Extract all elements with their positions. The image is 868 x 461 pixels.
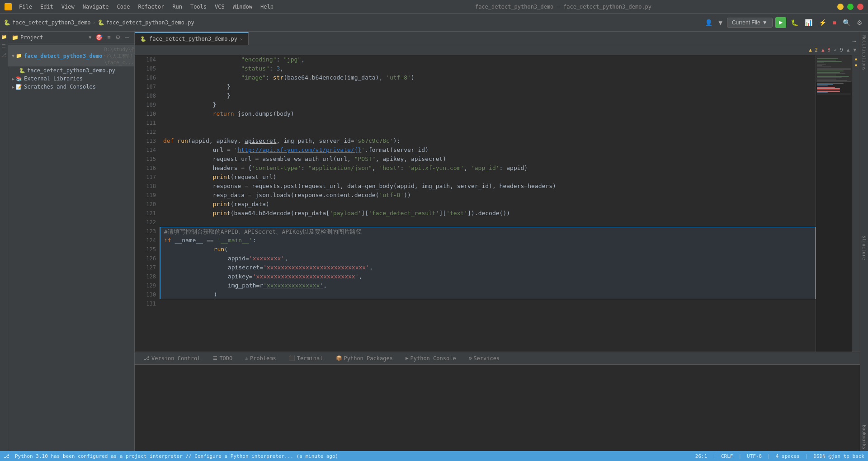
- version-control-label: Version Control: [151, 355, 200, 362]
- breadcrumb: 🐍 face_detect_python3_demo › 🐍 face_dete…: [4, 19, 701, 26]
- nav-down[interactable]: ▼: [853, 47, 856, 53]
- menu-edit[interactable]: Edit: [37, 3, 57, 11]
- line-num-109: 109: [135, 100, 156, 109]
- line-num-125: 125: [135, 245, 156, 254]
- sidebar-minimize-button[interactable]: ─: [124, 33, 131, 41]
- menu-view[interactable]: View: [58, 3, 78, 11]
- problems-icon: ⚠: [245, 355, 248, 361]
- terminal-label: Terminal: [297, 355, 323, 362]
- services-icon: ⚙: [469, 355, 472, 361]
- menu-file[interactable]: File: [15, 3, 36, 11]
- code-line-124: if __name__ == '__main__':: [160, 236, 816, 245]
- structure-panel-label[interactable]: Structure: [862, 234, 867, 262]
- line-num-107: 🔖107: [135, 82, 156, 91]
- gutter-warning-2: ▲: [854, 62, 857, 67]
- python-file-item[interactable]: 🐍 face_detect_python3_demo.py: [8, 66, 134, 75]
- sidebar-locate-button[interactable]: 🎯: [94, 33, 104, 41]
- external-libraries-label: External Libraries: [24, 75, 83, 82]
- code-line-104: "encoding": "jpg",: [160, 55, 816, 64]
- close-button[interactable]: ✕: [857, 4, 863, 10]
- services-label: Services: [473, 355, 500, 362]
- code-line-130: ): [160, 290, 816, 299]
- problems-tab[interactable]: ⚠ Problems: [240, 354, 281, 362]
- external-libraries-item[interactable]: ▶ 📚 External Libraries: [8, 75, 134, 83]
- window-title: face_detect_python3_demo – face_detect_p…: [289, 4, 837, 10]
- nav-up[interactable]: ▲: [847, 47, 850, 53]
- sidebar-header: 📁 Project ▼ 🎯 ≡ ⚙ ─: [8, 32, 134, 43]
- run-with-coverage-button[interactable]: 📊: [803, 18, 814, 27]
- line-num-108: 🔖108: [135, 91, 156, 100]
- profile-button[interactable]: ⚡: [817, 18, 828, 27]
- active-editor-tab[interactable]: 🐍 face_detect_python3_demo.py ✕: [135, 32, 249, 45]
- menu-code[interactable]: Code: [113, 3, 134, 11]
- bottom-panels: ⎇ Version Control ☰ TODO ⚠ Problems ⬛ Te…: [135, 352, 860, 451]
- structure-icon[interactable]: ☰: [1, 43, 7, 50]
- breadcrumb-project-name[interactable]: face_detect_python3_demo: [12, 19, 90, 26]
- scratches-icon: 📝: [16, 84, 22, 90]
- code-line-129: img_path=r'xxxxxxxxxxxxxxx',: [160, 281, 816, 290]
- menu-window[interactable]: Window: [229, 3, 256, 11]
- stop-button[interactable]: ■: [831, 18, 838, 27]
- line-num-131: 131: [135, 299, 156, 308]
- notifications-panel-label[interactable]: Notifications: [862, 33, 867, 72]
- current-file-button[interactable]: Current File ▼: [727, 18, 773, 28]
- run-config-dropdown[interactable]: ▼: [717, 18, 724, 27]
- line-num-121: 🔖121: [135, 209, 156, 218]
- menu-help[interactable]: Help: [257, 3, 277, 11]
- minimize-button[interactable]: ─: [837, 4, 844, 10]
- todo-icon: ☰: [213, 355, 217, 361]
- todo-tab[interactable]: ☰ TODO: [208, 354, 238, 362]
- bookmarks-panel-label[interactable]: Bookmarks: [862, 423, 867, 451]
- code-line-109: }: [160, 100, 816, 109]
- python-packages-tab[interactable]: 📦 Python Packages: [330, 354, 398, 362]
- line-num-128: 128: [135, 272, 156, 281]
- line-num-118: 118: [135, 182, 156, 191]
- menu-vcs[interactable]: VCS: [211, 3, 228, 11]
- main-layout: 📁 ☰ ⎇ 📁 Project ▼ 🎯 ≡ ⚙ ─ ▼ 📁 face_detec…: [0, 32, 868, 451]
- search-everywhere-button[interactable]: 🔍: [841, 18, 852, 27]
- services-tab[interactable]: ⚙ Services: [463, 354, 505, 362]
- status-bar: ⎇ Python 3.10 has been configured as a p…: [0, 451, 868, 461]
- debug-button[interactable]: 🐛: [789, 18, 800, 27]
- scratches-item[interactable]: ▶ 📝 Scratches and Consoles: [8, 83, 134, 91]
- menu-navigate[interactable]: Navigate: [79, 3, 113, 11]
- sidebar-collapse-button[interactable]: ≡: [106, 33, 112, 41]
- code-line-127: apisecret='xxxxxxxxxxxxxxxxxxxxxxxxxxxx'…: [160, 263, 816, 272]
- title-bar: File Edit View Navigate Code Refactor Ru…: [0, 0, 868, 14]
- terminal-tab[interactable]: ⬛ Terminal: [283, 354, 329, 362]
- breadcrumb-filename[interactable]: face_detect_python3_demo.py: [106, 19, 194, 26]
- project-tree: ▼ 📁 face_detect_python3_demo D:\study\作业…: [8, 43, 134, 451]
- tab-close-button[interactable]: ✕: [240, 37, 243, 42]
- project-root-item[interactable]: ▼ 📁 face_detect_python3_demo D:\study\作业…: [8, 45, 134, 66]
- python-packages-icon: 📦: [336, 355, 342, 361]
- bottom-tabs: ⎇ Version Control ☰ TODO ⚠ Problems ⬛ Te…: [135, 352, 860, 365]
- line-num-129: 129: [135, 281, 156, 290]
- sidebar: 📁 Project ▼ 🎯 ≡ ⚙ ─ ▼ 📁 face_detect_pyth…: [8, 32, 135, 451]
- toolbar: 🐍 face_detect_python3_demo › 🐍 face_dete…: [0, 14, 868, 32]
- run-button[interactable]: ▶: [775, 17, 786, 28]
- code-content[interactable]: "encoding": "jpg", "status": 3, "image":…: [160, 55, 816, 352]
- sidebar-settings-button[interactable]: ⚙: [114, 33, 122, 41]
- menu-tools[interactable]: Tools: [187, 3, 210, 11]
- project-icon[interactable]: 📁: [1, 34, 7, 41]
- problems-label: Problems: [250, 355, 276, 362]
- line-num-114: 114: [135, 146, 156, 155]
- line-num-104: 104: [135, 55, 156, 64]
- user-icon-button[interactable]: 👤: [703, 18, 714, 27]
- line-num-124: ▶124: [135, 236, 156, 245]
- python-status-info[interactable]: Python 3.10 has been configured as a pro…: [15, 453, 690, 459]
- maximize-button[interactable]: □: [847, 4, 854, 10]
- menu-refactor[interactable]: Refactor: [134, 3, 168, 11]
- code-line-112: [160, 127, 816, 136]
- root-folder-icon: 📁: [16, 53, 22, 59]
- settings-button[interactable]: ⚙: [855, 18, 864, 27]
- menu-run[interactable]: Run: [169, 3, 186, 11]
- vcs-icon[interactable]: ⎇: [1, 52, 7, 59]
- sidebar-dropdown-icon[interactable]: ▼: [89, 35, 91, 40]
- dropdown-icon: ▼: [762, 19, 768, 26]
- python-console-tab[interactable]: ▶ Python Console: [400, 354, 462, 362]
- version-control-tab[interactable]: ⎇ Version Control: [138, 354, 206, 362]
- minimap: [816, 55, 852, 352]
- tab-more-button[interactable]: ⋯: [849, 38, 860, 45]
- line-num-106: 106: [135, 73, 156, 82]
